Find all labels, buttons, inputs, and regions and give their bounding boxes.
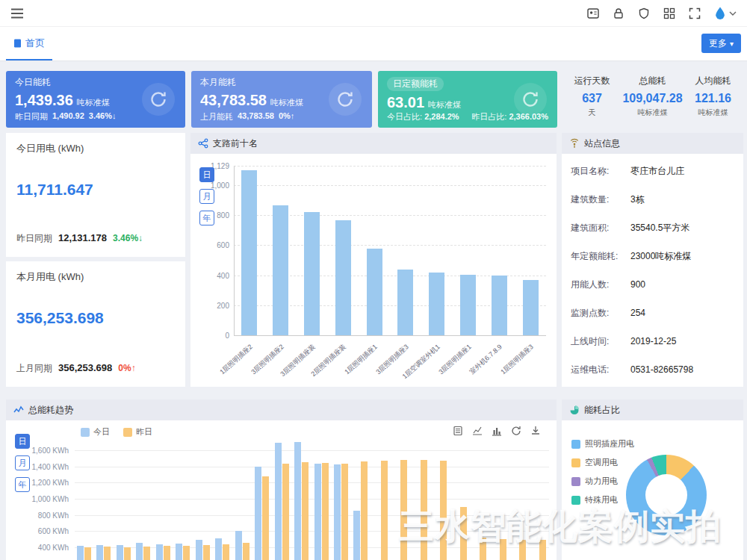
site-info-label: 上线时间: — [571, 335, 630, 348]
donut-chart — [626, 455, 707, 535]
gridline — [75, 531, 549, 532]
shield-button[interactable] — [636, 6, 651, 21]
trend-bar-yesterday — [421, 460, 427, 560]
pie-legend: 照明插座用电空调用电动力用电特殊用电 — [571, 438, 634, 505]
panel-header: 站点信息 — [562, 133, 743, 154]
data-view-button[interactable] — [452, 425, 464, 437]
site-info-label: 年定额能耗: — [571, 250, 630, 263]
summary-stats: 运行天数 637 天 总能耗 109,047.28 吨标准煤 人均能耗 121.… — [562, 71, 743, 128]
legend-swatch — [571, 440, 580, 449]
card-title: 本月用电 (kWh) — [16, 270, 175, 284]
chart-toolbox — [452, 425, 542, 437]
period-year-button[interactable]: 年 — [199, 211, 214, 225]
legend-swatch — [571, 496, 580, 505]
site-info-value: 枣庄市台儿庄 — [630, 165, 684, 178]
legend-item[interactable]: 特殊用电 — [571, 494, 634, 505]
branch-bar — [397, 270, 413, 335]
energy-share-panel: 能耗占比 照明插座用电空调用电动力用电特殊用电 — [562, 399, 743, 560]
legend-swatch — [571, 477, 580, 486]
footer-label: 昨日同期 — [16, 232, 52, 245]
card-footer: 上月同期 356,253.698 0%↑ — [16, 362, 136, 375]
tab-home[interactable]: 首页 — [6, 27, 52, 60]
period-selector: 日月年 — [199, 167, 214, 225]
trend-bar-today — [353, 511, 360, 560]
site-info-value: 0531-82665798 — [630, 364, 693, 375]
site-info-row: 建筑面积:35540.5平方米 — [562, 214, 743, 242]
branch-bar — [335, 220, 351, 335]
trend-bar-yesterday — [480, 538, 486, 560]
kpi-footer-value: 1,490.92 — [52, 111, 84, 122]
trend-bar-today — [235, 531, 242, 560]
user-menu-button[interactable] — [713, 4, 738, 22]
line-chart-switch-button[interactable] — [471, 425, 483, 437]
legend-item[interactable]: 今日 — [81, 426, 110, 438]
legend-item[interactable]: 照明插座用电 — [571, 438, 634, 449]
stat-value: 109,047.28 — [622, 92, 683, 105]
card-title: 今日用电 (kWh) — [16, 142, 175, 155]
tab-bar: 首页 更多 ▾ — [0, 27, 747, 61]
kpi-title: 日定额能耗 — [387, 77, 444, 91]
user-card-button[interactable] — [586, 6, 601, 21]
stat-label: 运行天数 — [562, 75, 622, 87]
site-info-value: 900 — [630, 279, 645, 290]
trend-bar-yesterday — [262, 476, 269, 560]
panel-title: 站点信息 — [584, 137, 620, 150]
card-value: 356,253.698 — [16, 309, 175, 327]
site-info-panel: 站点信息 项目名称:枣庄市台儿庄建筑数量:3栋建筑面积:35540.5平方米年定… — [562, 133, 743, 387]
trend-bar-yesterday — [143, 547, 150, 560]
legend-label: 今日 — [93, 426, 110, 438]
sync-badge — [514, 83, 547, 116]
site-info-row: 运维电话:0531-82665798 — [562, 355, 743, 384]
trend-bar-yesterday — [381, 461, 388, 560]
period-selector: 日月年 — [15, 434, 30, 492]
trend-bar-yesterday — [282, 464, 289, 560]
fullscreen-button[interactable] — [687, 6, 702, 21]
trend-bar-today — [176, 544, 182, 560]
energy-dashboard: 首页 更多 ▾ 今日能耗 1,439.36吨标准煤 昨日同期 1,490.92 … — [0, 0, 747, 560]
sync-badge — [142, 83, 175, 116]
topbar — [0, 0, 747, 27]
period-month-button[interactable]: 月 — [199, 189, 214, 204]
legend-item[interactable]: 空调用电 — [571, 457, 634, 468]
download-button[interactable] — [530, 425, 542, 437]
topbar-actions — [586, 4, 738, 22]
more-button[interactable]: 更多 ▾ — [701, 34, 741, 53]
trend-bar-yesterday — [124, 547, 131, 560]
period-day-button[interactable]: 日 — [199, 167, 214, 182]
stat-unit: 天 — [562, 108, 622, 118]
kpi-footer-delta: 3.46%↓ — [89, 111, 117, 122]
site-info-label: 运维电话: — [571, 364, 630, 376]
branch-bar — [429, 273, 444, 335]
kpi-unit: 吨标准煤 — [77, 98, 110, 107]
legend-swatch — [123, 428, 132, 437]
period-day-button[interactable]: 日 — [15, 434, 30, 449]
trend-bar-today — [215, 538, 222, 560]
kpi-value: 63.01 — [387, 94, 424, 111]
x-axis-tick-label: 1层照明插座2 — [218, 342, 255, 376]
bar-chart-switch-button[interactable] — [491, 425, 503, 437]
period-month-button[interactable]: 月 — [15, 455, 30, 470]
trend-bar-yesterday — [440, 461, 447, 560]
user-card-icon — [587, 7, 599, 19]
legend-item[interactable]: 动力用电 — [571, 476, 634, 487]
refresh-button[interactable] — [510, 425, 522, 437]
lock-button[interactable] — [611, 6, 626, 21]
lock-icon — [613, 7, 624, 19]
trend-bar-yesterday — [223, 544, 229, 560]
legend-label: 空调用电 — [585, 457, 618, 468]
site-info-label: 建筑数量: — [571, 193, 630, 206]
grid-button[interactable] — [662, 6, 677, 21]
card-value: 11,711.647 — [16, 181, 175, 199]
grid-icon — [663, 7, 675, 19]
x-axis-tick-label: 室外机6.7.8.9 — [468, 342, 504, 376]
menu-toggle-button[interactable] — [9, 7, 25, 20]
period-year-button[interactable]: 年 — [15, 477, 30, 492]
stat-unit: 吨标准煤 — [622, 108, 683, 118]
refresh-icon — [511, 426, 521, 436]
legend-item[interactable]: 昨日 — [123, 426, 152, 438]
hamburger-icon — [10, 8, 24, 19]
stat-running-days: 运行天数 637 天 — [562, 71, 622, 128]
kpi-unit: 吨标准煤 — [270, 98, 303, 107]
legend-label: 特殊用电 — [585, 494, 618, 505]
branch-bar — [367, 249, 382, 335]
